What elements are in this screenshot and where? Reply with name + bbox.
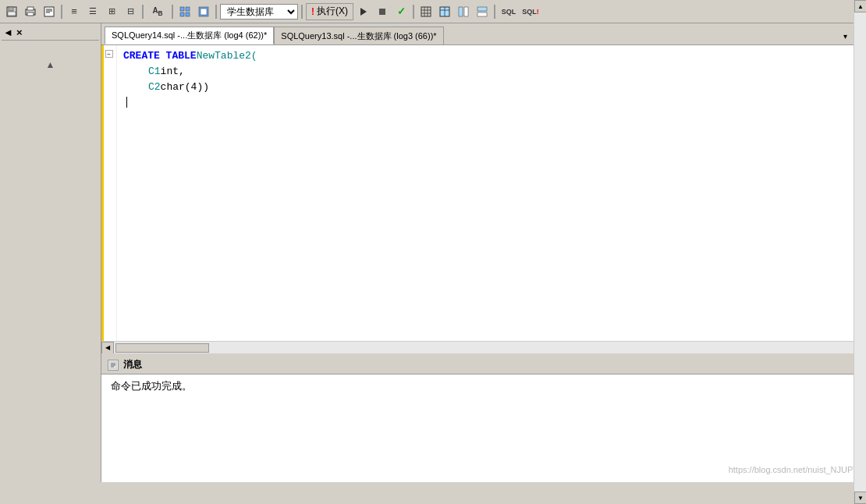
svg-rect-28 (477, 12, 487, 16)
tab-dropdown-btn[interactable]: ▾ (839, 30, 850, 41)
main-layout: ◄ × ▲ SQLQuery14.sql -...生数据库 (log4 (62)… (0, 23, 866, 482)
code-line-2: C1 int, (123, 64, 847, 80)
svg-rect-11 (186, 7, 190, 11)
db-dropdown[interactable]: 学生数据库 (220, 4, 298, 20)
svg-rect-4 (27, 7, 34, 10)
text-cursor (126, 97, 127, 108)
insert1-btn[interactable] (176, 3, 193, 20)
svg-rect-10 (180, 7, 184, 11)
editor-hscroll: ◀ ▶ (101, 341, 866, 353)
db-selector: 学生数据库 (220, 4, 298, 20)
message-vscroll: ▲ ▼ (854, 45, 866, 482)
message-icon (108, 360, 119, 371)
message-panel: 消息 命令已成功完成。 https://blog.csdn.net/nuist_… (101, 353, 866, 482)
execute-btn[interactable]: ! 执行(X) (306, 3, 353, 20)
message-title: 消息 (123, 358, 142, 371)
svg-rect-27 (477, 7, 487, 11)
svg-rect-2 (8, 12, 16, 16)
toolbar-main: ≡ ☰ ⊞ ⊟ AB 学生数据库 ! 执行(X) ✓ (0, 0, 866, 23)
collapse-btn[interactable]: − (105, 50, 113, 58)
svg-rect-26 (464, 7, 468, 16)
grid2-btn[interactable] (436, 3, 453, 20)
align-right-btn[interactable]: ⊟ (122, 3, 139, 20)
sep6 (413, 5, 414, 19)
preview-btn[interactable] (41, 3, 58, 20)
yellow-bar (101, 45, 104, 341)
editor-area: − CREATE TABLE NewTable2( C1 int, C2 cha… (101, 45, 866, 341)
tab-bar: SQLQuery14.sql -...生数据库 (log4 (62))* SQL… (101, 23, 866, 45)
kw-c1: C1 (148, 64, 161, 80)
svg-rect-17 (421, 7, 431, 16)
message-header: 消息 (101, 356, 866, 374)
sep7 (494, 5, 495, 19)
svg-rect-15 (201, 9, 207, 15)
sql1-btn[interactable]: SQL (499, 3, 519, 20)
panel-header: ◄ × (2, 25, 99, 41)
pin-icon[interactable]: ◄ (3, 27, 13, 38)
svg-rect-25 (459, 7, 463, 16)
kw-c2: C2 (148, 80, 161, 95)
msg-vscroll-track[interactable] (854, 45, 866, 482)
hscroll-thumb[interactable] (115, 343, 209, 353)
sql2-btn[interactable]: SQL! (520, 3, 541, 20)
kw-int: int, (161, 64, 185, 80)
indent-btn[interactable]: ≡ (66, 3, 83, 20)
watermark: https://blog.csdn.net/nuist_NJUPT (729, 465, 858, 474)
svg-rect-12 (180, 12, 184, 16)
sep3 (172, 5, 173, 19)
save-btn[interactable] (3, 3, 20, 20)
execute-label: 执行(X) (317, 5, 348, 18)
stop-btn[interactable] (374, 3, 391, 20)
code-gutter: − (101, 45, 117, 341)
hscroll-left-btn[interactable]: ◀ (101, 342, 114, 354)
kw-create: CREATE TABLE (123, 48, 197, 64)
left-arrow-up[interactable]: ▲ (46, 59, 55, 70)
font-size-btn[interactable]: AB (147, 3, 169, 20)
grid1-btn[interactable] (417, 3, 435, 20)
align-left-btn[interactable]: ⊞ (103, 3, 120, 20)
tab1-label: SQLQuery14.sql -...生数据库 (log4 (62))* (112, 30, 267, 41)
sep4 (215, 5, 217, 19)
kw-char: char(4)) (161, 80, 209, 95)
left-panel: ◄ × ▲ (0, 23, 101, 482)
message-text: 命令已成功完成。 (111, 380, 192, 392)
dedent-btn[interactable]: ☰ (84, 3, 101, 20)
close-icon[interactable]: × (16, 27, 23, 38)
sep2 (142, 5, 144, 19)
code-line-3: C2 char(4)) (123, 80, 847, 95)
code-line-1: CREATE TABLE NewTable2( (123, 48, 847, 64)
tab2-label: SQLQuery13.sql -...生数据库 (log3 (66))* (281, 30, 436, 42)
right-content: SQLQuery14.sql -...生数据库 (log4 (62))* SQL… (101, 23, 866, 482)
check-btn[interactable]: ✓ (392, 3, 410, 20)
code-line-4[interactable] (123, 97, 847, 112)
tab-sqlquery13[interactable]: SQLQuery13.sql -...生数据库 (log3 (66))* (274, 27, 443, 44)
grid3-btn[interactable] (455, 3, 472, 20)
execute-exclaim: ! (311, 6, 314, 17)
tab-sqlquery14[interactable]: SQLQuery14.sql -...生数据库 (log4 (62))* (105, 27, 274, 44)
play-btn[interactable] (355, 3, 372, 20)
editor-wrapper: − CREATE TABLE NewTable2( C1 int, C2 cha… (101, 45, 866, 482)
sep1 (61, 5, 62, 19)
svg-rect-16 (379, 9, 385, 15)
svg-rect-6 (44, 7, 54, 16)
svg-rect-1 (9, 7, 13, 11)
svg-rect-13 (186, 12, 190, 16)
kw-newtable: NewTable2( (197, 48, 257, 64)
print-btn[interactable] (22, 3, 39, 20)
hscroll-track[interactable] (114, 343, 854, 353)
sep5 (301, 5, 303, 19)
insert2-btn[interactable] (195, 3, 212, 20)
svg-rect-5 (27, 12, 34, 16)
grid4-btn[interactable] (474, 3, 491, 20)
code-editor[interactable]: CREATE TABLE NewTable2( C1 int, C2 char(… (117, 45, 854, 341)
